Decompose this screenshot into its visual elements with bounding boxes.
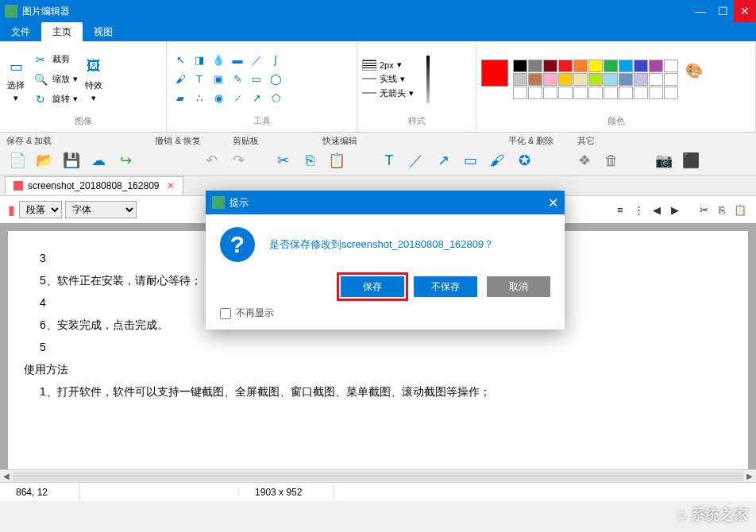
color-swatch[interactable]: [513, 87, 527, 99]
brush-icon[interactable]: 🖌: [172, 71, 189, 88]
color-swatch[interactable]: [634, 87, 648, 99]
minimize-button[interactable]: —: [689, 0, 712, 22]
line-icon[interactable]: ／: [248, 52, 265, 69]
menu-view[interactable]: 视图: [83, 22, 124, 41]
scroll-left-icon[interactable]: ◀: [0, 472, 13, 480]
color-swatch[interactable]: [543, 60, 557, 72]
cut2-icon[interactable]: ✂: [696, 202, 712, 218]
color-swatch[interactable]: [619, 87, 633, 99]
close-button[interactable]: ✕: [734, 0, 756, 22]
current-color-swatch[interactable]: [481, 60, 508, 87]
color-swatch[interactable]: [588, 60, 603, 72]
arrow-icon[interactable]: ↗: [248, 90, 265, 107]
text-icon[interactable]: T: [191, 71, 208, 88]
color-swatch[interactable]: [634, 60, 648, 72]
stamp-icon[interactable]: ◉: [210, 90, 227, 107]
color-swatch[interactable]: [664, 87, 678, 99]
list-number-icon[interactable]: ≡: [612, 202, 628, 218]
color-swatch[interactable]: [604, 60, 618, 72]
font-select[interactable]: 字体: [65, 201, 137, 218]
highlight-icon[interactable]: ▬: [229, 52, 246, 69]
color-swatch[interactable]: [528, 87, 542, 99]
color-swatch[interactable]: [528, 73, 542, 86]
share-icon[interactable]: ↪: [114, 151, 137, 170]
save-button[interactable]: 保存: [341, 276, 404, 297]
zoom-tool[interactable]: 🔍缩放▾: [32, 71, 78, 88]
indent-icon[interactable]: ▶: [667, 202, 683, 218]
color-swatch[interactable]: [588, 87, 603, 99]
effects-tool[interactable]: 🖼 特效 ▾: [83, 56, 105, 103]
eraser-icon[interactable]: ◨: [191, 52, 208, 69]
paste-icon[interactable]: 📋: [326, 151, 348, 170]
color-swatch[interactable]: [588, 73, 603, 86]
eyedrop-icon[interactable]: ⟋: [229, 90, 246, 107]
flatten-icon[interactable]: ❖: [573, 151, 596, 170]
drop-icon[interactable]: 💧: [210, 52, 227, 69]
maximize-button[interactable]: ☐: [712, 0, 734, 22]
pointer-icon[interactable]: ↖: [172, 52, 189, 69]
color-swatch[interactable]: [634, 73, 648, 86]
undo-icon[interactable]: ↶: [200, 151, 222, 170]
ellipse-icon[interactable]: ◯: [267, 71, 284, 88]
color-swatch[interactable]: [604, 87, 618, 99]
cancel-button[interactable]: 取消: [487, 276, 550, 297]
dialog-close-icon[interactable]: ✕: [548, 195, 558, 210]
quick-stamp-icon[interactable]: ✪: [513, 151, 535, 170]
marker-icon[interactable]: ✎: [229, 71, 246, 88]
color-swatch[interactable]: [513, 73, 527, 86]
color-swatch[interactable]: [573, 87, 588, 99]
quick-arrow-icon[interactable]: ↗: [432, 151, 454, 170]
color-picker-icon[interactable]: 🎨: [683, 60, 705, 82]
horizontal-scrollbar[interactable]: ◀ ▶: [0, 469, 756, 482]
paragraph-select[interactable]: 段落: [19, 201, 62, 218]
dont-save-button[interactable]: 不保存: [414, 276, 477, 297]
crop-tool[interactable]: ✂裁剪: [32, 51, 78, 68]
line-style-select[interactable]: 实线▾: [362, 73, 414, 85]
copy-icon[interactable]: ⎘: [299, 151, 321, 170]
quick-line-icon[interactable]: ／: [405, 151, 427, 170]
color-swatch[interactable]: [649, 87, 663, 99]
delete-icon[interactable]: 🗑: [600, 151, 623, 170]
callout-icon[interactable]: ⬠: [267, 90, 284, 107]
spray-icon[interactable]: ∴: [191, 90, 208, 107]
cut-icon[interactable]: ✂: [272, 151, 294, 170]
color-swatch[interactable]: [558, 73, 573, 86]
export-icon[interactable]: ⬛: [680, 151, 702, 170]
tab-close-icon[interactable]: ✕: [167, 180, 175, 191]
curve-icon[interactable]: ∫: [267, 52, 284, 69]
color-swatch[interactable]: [573, 60, 588, 72]
quick-text-icon[interactable]: T: [378, 151, 400, 170]
scroll-right-icon[interactable]: ▶: [743, 472, 756, 480]
document-tab[interactable]: screenshot_20180808_162809 ✕: [5, 176, 183, 195]
color-swatch[interactable]: [664, 60, 678, 72]
redo-icon[interactable]: ↷: [227, 151, 249, 170]
color-swatch[interactable]: [543, 87, 557, 99]
quick-rect-icon[interactable]: ▭: [459, 151, 481, 170]
paste2-icon[interactable]: 📋: [732, 202, 748, 218]
color-swatch[interactable]: [649, 73, 663, 86]
rotate-tool[interactable]: ↻旋转▾: [32, 91, 78, 108]
arrow-style-select[interactable]: 无箭头▾: [362, 87, 414, 99]
save-file-icon[interactable]: 💾: [60, 151, 83, 170]
color-swatch[interactable]: [558, 60, 573, 72]
stroke-width-select[interactable]: 2px▾: [362, 60, 414, 71]
list-bullet-icon[interactable]: ⋮: [631, 202, 646, 218]
color-swatch[interactable]: [619, 73, 633, 86]
color-swatch[interactable]: [528, 60, 542, 72]
rect-icon[interactable]: ▭: [248, 71, 265, 88]
color-swatch[interactable]: [649, 60, 663, 72]
quick-brush-icon[interactable]: 🖌: [486, 151, 508, 170]
cloud-upload-icon[interactable]: ☁: [87, 151, 110, 170]
select-tool[interactable]: ▭ 选择 ▾: [5, 56, 27, 103]
menu-file[interactable]: 文件: [0, 22, 41, 41]
color-swatch[interactable]: [573, 73, 588, 86]
color-swatch[interactable]: [664, 73, 678, 86]
outdent-icon[interactable]: ◀: [649, 202, 665, 218]
copy2-icon[interactable]: ⎘: [714, 202, 730, 218]
new-file-icon[interactable]: 📄: [6, 151, 29, 170]
color-swatch[interactable]: [543, 73, 557, 86]
crop2-icon[interactable]: ▣: [210, 71, 227, 88]
camera-icon[interactable]: 📷: [653, 151, 675, 170]
open-file-icon[interactable]: 📂: [33, 151, 56, 170]
dont-show-checkbox[interactable]: [220, 308, 231, 319]
